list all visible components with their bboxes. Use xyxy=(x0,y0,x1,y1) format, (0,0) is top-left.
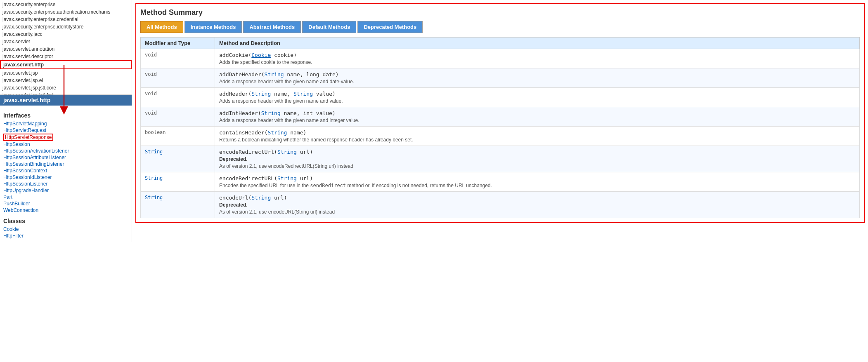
link-webconnection[interactable]: WebConnection xyxy=(3,207,128,214)
method-summary-box: Method Summary All Methods Instance Meth… xyxy=(135,3,865,223)
link-httpsessionactivationlistener[interactable]: HttpSessionActivationListener xyxy=(3,148,128,154)
classes-title: Classes xyxy=(3,218,128,224)
tab-deprecated-methods[interactable]: Deprecated Methods xyxy=(357,21,423,33)
link-httpfilter[interactable]: HttpFilter xyxy=(3,233,128,239)
method-desc-cell: containsHeader(String name)Returns a boo… xyxy=(215,127,860,146)
main-content: Method Summary All Methods Instance Meth… xyxy=(132,0,868,362)
pkg-javax-security-jacc[interactable]: javax.security.jacc xyxy=(0,31,132,38)
method-type-cell: String xyxy=(141,192,215,218)
method-desc-cell: encodeRedirectURL(String url)Encodes the… xyxy=(215,172,860,192)
interfaces-section: Interfaces HttpServletMapping HttpServle… xyxy=(3,112,128,214)
table-row: voidaddDateHeader(String name, long date… xyxy=(141,68,860,88)
selected-package-header: javax.servlet.http xyxy=(0,95,132,106)
pkg-javax-servlet-annotation[interactable]: javax.servlet.annotation xyxy=(0,45,132,53)
method-type-cell: String xyxy=(141,146,215,172)
method-type-cell: String xyxy=(141,172,215,192)
link-httpupgradehandler[interactable]: HttpUpgradeHandler xyxy=(3,187,128,194)
pkg-javax-servlet-jsp-el[interactable]: javax.servlet.jsp.el xyxy=(0,77,132,84)
section-title: Method Summary xyxy=(140,8,860,17)
method-type-cell: void xyxy=(141,49,215,68)
link-httpservletrequest[interactable]: HttpServletRequest xyxy=(3,127,128,134)
method-type-cell: boolean xyxy=(141,127,215,146)
method-desc-cell: addHeader(String name, String value)Adds… xyxy=(215,88,860,107)
link-httpsession[interactable]: HttpSession xyxy=(3,141,128,148)
pkg-javax-security-auth-mech[interactable]: javax.security.enterprise.authentication… xyxy=(0,8,132,16)
method-type-cell: void xyxy=(141,88,215,107)
table-row: StringencodeRedirectUrl(String url)Depre… xyxy=(141,146,860,172)
link-pushbuilder[interactable]: PushBuilder xyxy=(3,200,128,207)
link-httpsessionattributelistener[interactable]: HttpSessionAttributeListener xyxy=(3,154,128,161)
method-tabs: All Methods Instance Methods Abstract Me… xyxy=(140,21,860,33)
method-type-cell: void xyxy=(141,107,215,127)
col-modifier-type: Modifier and Type xyxy=(141,38,215,49)
method-type-cell: void xyxy=(141,68,215,88)
link-httpservletresponse[interactable]: HttpServletResponse xyxy=(3,134,53,141)
pkg-javax-servlet-http[interactable]: javax.servlet.http xyxy=(0,60,132,69)
pkg-javax-servlet-jsp[interactable]: javax.servlet.jsp xyxy=(0,69,132,77)
method-desc-cell: encodeRedirectUrl(String url)Deprecated.… xyxy=(215,146,860,172)
pkg-javax-servlet[interactable]: javax.servlet xyxy=(0,38,132,45)
pkg-javax-security-enterprise[interactable]: javax.security.enterprise xyxy=(0,1,132,8)
table-row: voidaddIntHeader(String name, int value)… xyxy=(141,107,860,127)
table-row: StringencodeRedirectURL(String url)Encod… xyxy=(141,172,860,192)
table-row: voidaddCookie(Cookie cookie)Adds the spe… xyxy=(141,49,860,68)
table-row: voidaddHeader(String name, String value)… xyxy=(141,88,860,107)
package-list[interactable]: javax.security.enterprise javax.security… xyxy=(0,0,132,95)
method-desc-cell: addCookie(Cookie cookie)Adds the specifi… xyxy=(215,49,860,68)
pkg-javax-servlet-descriptor[interactable]: javax.servlet.descriptor xyxy=(0,53,132,60)
interfaces-title: Interfaces xyxy=(3,112,128,119)
col-method-desc: Method and Description xyxy=(215,38,860,49)
pkg-javax-security-identitystore[interactable]: javax.security.enterprise.identitystore xyxy=(0,23,132,31)
link-cookie[interactable]: Cookie xyxy=(3,226,128,233)
link-part[interactable]: Part xyxy=(3,194,128,200)
link-httpservletmapping[interactable]: HttpServletMapping xyxy=(3,120,128,127)
classes-section: Classes Cookie HttpFilter xyxy=(3,218,128,239)
table-row: booleancontainsHeader(String name)Return… xyxy=(141,127,860,146)
pkg-javax-servlet-jsp-jstl-fmt[interactable]: javax.servlet.jsp.jstl.fmt xyxy=(0,92,132,95)
pkg-javax-servlet-jsp-jstl-core[interactable]: javax.servlet.jsp.jstl.core xyxy=(0,84,132,92)
method-desc-cell: addDateHeader(String name, long date)Add… xyxy=(215,68,860,88)
tab-instance-methods[interactable]: Instance Methods xyxy=(184,21,242,33)
pkg-javax-security-credential[interactable]: javax.security.enterprise.credential xyxy=(0,16,132,23)
tab-default-methods[interactable]: Default Methods xyxy=(302,21,356,33)
link-httpsessioncontext[interactable]: HttpSessionContext xyxy=(3,167,128,174)
method-desc-cell: encodeUrl(String url)Deprecated.As of ve… xyxy=(215,192,860,218)
tab-abstract-methods[interactable]: Abstract Methods xyxy=(243,21,301,33)
link-httpsessionbindinglistener[interactable]: HttpSessionBindingListener xyxy=(3,161,128,167)
sidebar-content: Interfaces HttpServletMapping HttpServle… xyxy=(0,106,132,242)
method-table: Modifier and Type Method and Description… xyxy=(140,37,860,218)
method-desc-cell: addIntHeader(String name, int value)Adds… xyxy=(215,107,860,127)
link-httpsessionidlistener[interactable]: HttpSessionIdListener xyxy=(3,174,128,181)
table-row: StringencodeUrl(String url)Deprecated.As… xyxy=(141,192,860,218)
link-httpsessionlistener[interactable]: HttpSessionListener xyxy=(3,181,128,187)
tab-all-methods[interactable]: All Methods xyxy=(140,21,183,33)
